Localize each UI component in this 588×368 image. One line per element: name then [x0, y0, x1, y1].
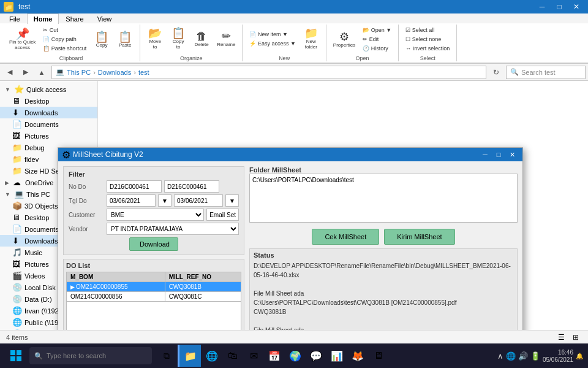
- modal-close-button[interactable]: ✕: [505, 149, 519, 160]
- mail-button[interactable]: ✉: [244, 345, 263, 367]
- copy-to-button[interactable]: 📋 Copyto: [167, 26, 189, 52]
- ribbon: File Home Share View 📌 Pin to Quickacces…: [0, 13, 588, 64]
- select-all-button[interactable]: ☑ Select all: [402, 26, 453, 34]
- download-button[interactable]: Download: [129, 237, 178, 251]
- ribbon-group-select: ☑ Select all ☐ Select none ↔ Invert sele…: [399, 25, 457, 61]
- paste-shortcut-button[interactable]: 📋 Paste shortcut: [40, 44, 89, 53]
- sidebar-item-desktop[interactable]: 🖥 Desktop: [0, 95, 97, 107]
- address-bar[interactable]: 💻 This PC › Downloads › test: [51, 66, 486, 79]
- minimize-button[interactable]: ─: [534, 1, 550, 13]
- new-folder-button[interactable]: 📁 Newfolder: [300, 26, 322, 52]
- calendar-button[interactable]: 📅: [265, 345, 284, 367]
- items-count: 4 items: [6, 334, 28, 341]
- select-none-button[interactable]: ☐ Select none: [402, 35, 453, 44]
- no-do-input1[interactable]: [107, 180, 162, 193]
- move-to-button[interactable]: 📂 Moveto: [144, 26, 166, 52]
- close-button[interactable]: ✕: [568, 1, 584, 13]
- breadcrumb-downloads[interactable]: Downloads: [98, 69, 131, 76]
- modal-maximize-button[interactable]: □: [492, 149, 505, 160]
- clipboard-buttons: 📌 Pin to Quickaccess ✂ Cut 📄 Copy path 📋…: [6, 25, 136, 54]
- sidebar-item-pictures[interactable]: 🖼 Pictures: [0, 130, 97, 142]
- search-bar[interactable]: 🔍 Search test: [506, 66, 586, 79]
- tray-battery-icon[interactable]: 🔋: [530, 351, 540, 361]
- nav-arrows: ◀ ▶ ▲: [2, 66, 49, 79]
- taskbar-clock[interactable]: 16:46 05/06/2021: [543, 348, 573, 363]
- folder-millsheet-input[interactable]: C:\Users\PORTALPC\Downloads\test: [249, 174, 518, 223]
- email-set-button[interactable]: Email Set: [206, 209, 239, 221]
- view-details-button[interactable]: ☰: [555, 332, 567, 343]
- explorer-taskbar-button[interactable]: 📁: [178, 345, 201, 367]
- sidebar-item-downloads[interactable]: ⬇ Downloads: [0, 107, 97, 118]
- copy-button[interactable]: ✂ Cut: [40, 26, 89, 34]
- store-button[interactable]: 🛍: [223, 345, 243, 367]
- delete-button[interactable]: 🗑 Delete: [190, 29, 213, 49]
- tgl-do-picker2[interactable]: ▼: [225, 194, 239, 207]
- edge-button[interactable]: 🌐: [202, 345, 222, 367]
- sidebar-item-documents[interactable]: 📄 Documents: [0, 118, 97, 130]
- select-label: Select: [420, 54, 435, 61]
- tray-up-icon[interactable]: ∧: [497, 351, 503, 361]
- organize-buttons: 📂 Moveto 📋 Copyto 🗑 Delete ✏ Rename: [144, 25, 238, 53]
- tray-notifications-icon[interactable]: 🔔: [576, 353, 583, 359]
- do-list-group: DO List M_BOM MILL_REF_NO OM214C00000: [63, 259, 244, 330]
- customer-select[interactable]: BME: [107, 209, 204, 221]
- breadcrumb-thispc[interactable]: This PC: [67, 69, 91, 76]
- edit-button[interactable]: ✏ Edit: [360, 35, 394, 44]
- sidebar-label-onedrive: OneDrive: [25, 179, 53, 186]
- breadcrumb-test[interactable]: test: [138, 69, 149, 76]
- rename-button[interactable]: ✏ Rename: [214, 29, 238, 49]
- tray-network-icon[interactable]: 🌐: [506, 351, 516, 361]
- vendor-select[interactable]: PT INDTA PRATAMAJAYA: [107, 223, 239, 235]
- app1-button[interactable]: 🖥: [369, 345, 388, 367]
- taskbar-search[interactable]: 🔍 Type here to search: [29, 347, 152, 364]
- copy-path-button[interactable]: 📄 Copy path: [40, 35, 89, 44]
- chrome-button[interactable]: 🌍: [285, 345, 305, 367]
- excel-button[interactable]: 📊: [327, 345, 347, 367]
- history-button[interactable]: 🕐 History: [360, 44, 394, 53]
- refresh-button[interactable]: ↻: [489, 66, 503, 79]
- modal-minimize-button[interactable]: ─: [478, 149, 492, 160]
- pin-quickaccess-button[interactable]: 📌 Pin to Quickaccess: [6, 26, 39, 52]
- ribbon-group-new: 📄 New item ▼ ⚡ Easy access ▼ 📁 Newfolder…: [243, 25, 326, 61]
- taskbar-date: 05/06/2021: [543, 356, 573, 363]
- paste-button[interactable]: 📋 Copy: [91, 29, 113, 50]
- invert-selection-button[interactable]: ↔ Invert selection: [402, 44, 453, 53]
- tab-home[interactable]: Home: [27, 13, 59, 24]
- tgl-do-picker1[interactable]: ▼: [158, 194, 172, 207]
- up-button[interactable]: ▲: [34, 66, 49, 79]
- svg-rect-3: [17, 356, 21, 361]
- tgl-do-input2[interactable]: [174, 194, 223, 207]
- sidebar-item-quickaccess[interactable]: ▼ ⭐ Quick access: [0, 83, 97, 95]
- tray-sound-icon[interactable]: 🔊: [518, 351, 528, 361]
- view-icons-button[interactable]: ⊞: [570, 332, 582, 343]
- properties-button[interactable]: ⚙ Properties: [330, 29, 358, 50]
- filter-group: Filter No Do Tgl Do ▼: [63, 166, 244, 255]
- start-button[interactable]: [5, 345, 27, 367]
- easy-access-button[interactable]: ⚡ Easy access ▼: [246, 39, 298, 48]
- new-item-button[interactable]: 📄 New item ▼: [246, 30, 298, 39]
- tab-share[interactable]: Share: [59, 13, 90, 24]
- kirim-millsheet-button[interactable]: Kirim MillSheet: [384, 229, 454, 245]
- taskbar-icons: ⧉ 📁 🌐 🛍 ✉ 📅 🌍 💬 📊 🦊 🖥: [157, 345, 388, 367]
- tgl-do-input1[interactable]: [107, 194, 156, 207]
- taskview-button[interactable]: ⧉: [157, 345, 176, 367]
- no-do-row: No Do: [69, 180, 239, 193]
- open-button[interactable]: 📂 Open ▼: [360, 26, 394, 34]
- properties-icon: ⚙: [339, 31, 349, 42]
- paste2-icon: 📋: [118, 31, 132, 42]
- table-row[interactable]: OM214C00000855 CWQ3081B: [67, 282, 241, 292]
- cek-millsheet-button[interactable]: Cek MillSheet: [312, 229, 379, 245]
- no-do-input2[interactable]: [164, 180, 219, 193]
- paste2-button[interactable]: 📋 Paste: [114, 29, 136, 50]
- back-button[interactable]: ◀: [2, 66, 17, 79]
- maximize-button[interactable]: □: [551, 1, 567, 13]
- download-row: Download: [69, 237, 239, 251]
- firefox-button[interactable]: 🦊: [348, 345, 368, 367]
- svg-rect-0: [10, 350, 15, 355]
- main-area: ▼ ⭐ Quick access 🖥 Desktop ⬇ Downloads 📄…: [0, 81, 588, 330]
- tab-view[interactable]: View: [91, 13, 119, 24]
- teams-button[interactable]: 💬: [306, 345, 326, 367]
- forward-button[interactable]: ▶: [18, 66, 33, 79]
- tab-file[interactable]: File: [2, 13, 27, 24]
- table-row[interactable]: OM214C00000856 CWQ3081C: [67, 292, 241, 302]
